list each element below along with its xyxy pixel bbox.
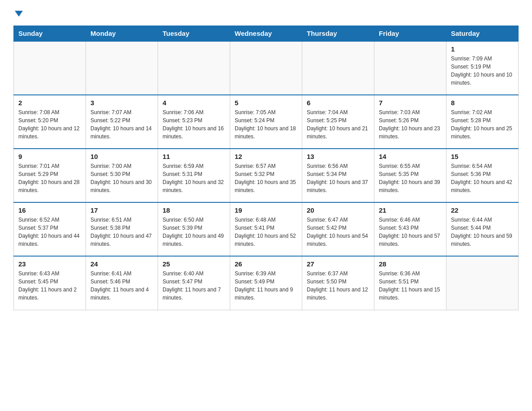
day-number: 15 <box>451 153 514 160</box>
calendar-day <box>230 41 302 95</box>
day-info: Sunrise: 7:00 AM Sunset: 5:30 PM Dayligh… <box>90 162 153 194</box>
day-number: 11 <box>163 153 225 160</box>
day-info: Sunrise: 6:54 AM Sunset: 5:36 PM Dayligh… <box>451 162 514 194</box>
day-number: 21 <box>379 206 442 214</box>
calendar-week-row: 23Sunrise: 6:43 AM Sunset: 5:45 PM Dayli… <box>14 256 519 310</box>
day-number: 19 <box>235 206 297 214</box>
calendar-day <box>158 41 230 95</box>
calendar-header-saturday: Saturday <box>446 26 519 42</box>
day-info: Sunrise: 7:04 AM Sunset: 5:25 PM Dayligh… <box>307 108 369 141</box>
day-info: Sunrise: 7:01 AM Sunset: 5:29 PM Dayligh… <box>18 162 81 194</box>
day-info: Sunrise: 6:52 AM Sunset: 5:37 PM Dayligh… <box>18 216 81 248</box>
day-number: 22 <box>451 206 514 214</box>
calendar-day: 26Sunrise: 6:39 AM Sunset: 5:49 PM Dayli… <box>230 256 302 310</box>
day-info: Sunrise: 6:50 AM Sunset: 5:39 PM Dayligh… <box>163 216 225 248</box>
calendar-week-row: 1Sunrise: 7:09 AM Sunset: 5:19 PM Daylig… <box>14 41 519 95</box>
day-info: Sunrise: 6:46 AM Sunset: 5:43 PM Dayligh… <box>379 216 442 248</box>
calendar-day: 12Sunrise: 6:57 AM Sunset: 5:32 PM Dayli… <box>230 149 302 202</box>
calendar-day: 18Sunrise: 6:50 AM Sunset: 5:39 PM Dayli… <box>158 202 230 256</box>
day-info: Sunrise: 6:36 AM Sunset: 5:51 PM Dayligh… <box>379 270 442 302</box>
calendar-day: 1Sunrise: 7:09 AM Sunset: 5:19 PM Daylig… <box>446 41 519 95</box>
calendar-day: 11Sunrise: 6:59 AM Sunset: 5:31 PM Dayli… <box>158 149 230 202</box>
logo <box>13 9 23 17</box>
day-number: 9 <box>18 153 81 160</box>
day-info: Sunrise: 6:39 AM Sunset: 5:49 PM Dayligh… <box>235 270 297 302</box>
calendar-table: SundayMondayTuesdayWednesdayThursdayFrid… <box>13 26 519 310</box>
day-info: Sunrise: 6:40 AM Sunset: 5:47 PM Dayligh… <box>163 270 225 302</box>
day-number: 1 <box>451 45 514 53</box>
calendar-day: 25Sunrise: 6:40 AM Sunset: 5:47 PM Dayli… <box>158 256 230 310</box>
day-number: 5 <box>235 99 297 107</box>
day-number: 13 <box>307 153 369 160</box>
calendar-day: 6Sunrise: 7:04 AM Sunset: 5:25 PM Daylig… <box>302 95 374 149</box>
calendar-day: 19Sunrise: 6:48 AM Sunset: 5:41 PM Dayli… <box>230 202 302 256</box>
calendar-day: 17Sunrise: 6:51 AM Sunset: 5:38 PM Dayli… <box>86 202 158 256</box>
calendar-day: 14Sunrise: 6:55 AM Sunset: 5:35 PM Dayli… <box>374 149 446 202</box>
calendar-day <box>302 41 374 95</box>
calendar-day: 13Sunrise: 6:56 AM Sunset: 5:34 PM Dayli… <box>302 149 374 202</box>
calendar-day: 27Sunrise: 6:37 AM Sunset: 5:50 PM Dayli… <box>302 256 374 310</box>
day-number: 25 <box>163 260 225 268</box>
calendar-day: 22Sunrise: 6:44 AM Sunset: 5:44 PM Dayli… <box>446 202 519 256</box>
calendar-day <box>446 256 519 310</box>
calendar-day: 24Sunrise: 6:41 AM Sunset: 5:46 PM Dayli… <box>86 256 158 310</box>
day-number: 18 <box>163 206 225 214</box>
calendar-header-sunday: Sunday <box>14 26 86 42</box>
day-number: 10 <box>90 153 153 160</box>
calendar-day <box>14 41 86 95</box>
calendar-week-row: 16Sunrise: 6:52 AM Sunset: 5:37 PM Dayli… <box>14 202 519 256</box>
calendar-day <box>374 41 446 95</box>
calendar-header-tuesday: Tuesday <box>158 26 230 42</box>
calendar-header-wednesday: Wednesday <box>230 26 302 42</box>
day-info: Sunrise: 6:59 AM Sunset: 5:31 PM Dayligh… <box>163 162 225 194</box>
day-info: Sunrise: 7:07 AM Sunset: 5:22 PM Dayligh… <box>90 108 153 141</box>
day-info: Sunrise: 6:37 AM Sunset: 5:50 PM Dayligh… <box>307 270 369 302</box>
calendar-day: 3Sunrise: 7:07 AM Sunset: 5:22 PM Daylig… <box>86 95 158 149</box>
day-number: 17 <box>90 206 153 214</box>
day-number: 6 <box>307 99 369 107</box>
day-number: 2 <box>18 99 81 107</box>
day-info: Sunrise: 7:08 AM Sunset: 5:20 PM Dayligh… <box>18 108 81 141</box>
calendar-day: 4Sunrise: 7:06 AM Sunset: 5:23 PM Daylig… <box>158 95 230 149</box>
calendar-day: 23Sunrise: 6:43 AM Sunset: 5:45 PM Dayli… <box>14 256 86 310</box>
day-number: 3 <box>90 99 153 107</box>
calendar-day: 2Sunrise: 7:08 AM Sunset: 5:20 PM Daylig… <box>14 95 86 149</box>
day-info: Sunrise: 6:56 AM Sunset: 5:34 PM Dayligh… <box>307 162 369 194</box>
page-header <box>13 9 519 17</box>
day-number: 20 <box>307 206 369 214</box>
day-number: 16 <box>18 206 81 214</box>
calendar-header-row: SundayMondayTuesdayWednesdayThursdayFrid… <box>14 26 519 42</box>
calendar-header-monday: Monday <box>86 26 158 42</box>
day-info: Sunrise: 7:05 AM Sunset: 5:24 PM Dayligh… <box>235 108 297 141</box>
day-info: Sunrise: 7:06 AM Sunset: 5:23 PM Dayligh… <box>163 108 225 141</box>
calendar-day: 9Sunrise: 7:01 AM Sunset: 5:29 PM Daylig… <box>14 149 86 202</box>
day-number: 14 <box>379 153 442 160</box>
calendar-week-row: 9Sunrise: 7:01 AM Sunset: 5:29 PM Daylig… <box>14 149 519 202</box>
calendar-day: 5Sunrise: 7:05 AM Sunset: 5:24 PM Daylig… <box>230 95 302 149</box>
calendar-day: 15Sunrise: 6:54 AM Sunset: 5:36 PM Dayli… <box>446 149 519 202</box>
calendar-day: 28Sunrise: 6:36 AM Sunset: 5:51 PM Dayli… <box>374 256 446 310</box>
calendar-day <box>86 41 158 95</box>
calendar-day: 20Sunrise: 6:47 AM Sunset: 5:42 PM Dayli… <box>302 202 374 256</box>
day-info: Sunrise: 6:41 AM Sunset: 5:46 PM Dayligh… <box>90 270 153 302</box>
day-info: Sunrise: 6:51 AM Sunset: 5:38 PM Dayligh… <box>90 216 153 248</box>
calendar-day: 7Sunrise: 7:03 AM Sunset: 5:26 PM Daylig… <box>374 95 446 149</box>
day-info: Sunrise: 7:03 AM Sunset: 5:26 PM Dayligh… <box>379 108 442 141</box>
calendar-header-friday: Friday <box>374 26 446 42</box>
day-number: 24 <box>90 260 153 268</box>
day-number: 27 <box>307 260 369 268</box>
day-info: Sunrise: 6:48 AM Sunset: 5:41 PM Dayligh… <box>235 216 297 248</box>
day-number: 4 <box>163 99 225 107</box>
calendar-day: 8Sunrise: 7:02 AM Sunset: 5:28 PM Daylig… <box>446 95 519 149</box>
calendar-day: 10Sunrise: 7:00 AM Sunset: 5:30 PM Dayli… <box>86 149 158 202</box>
day-info: Sunrise: 6:43 AM Sunset: 5:45 PM Dayligh… <box>18 270 81 302</box>
day-info: Sunrise: 6:57 AM Sunset: 5:32 PM Dayligh… <box>235 162 297 194</box>
calendar-header-thursday: Thursday <box>302 26 374 42</box>
calendar-day: 21Sunrise: 6:46 AM Sunset: 5:43 PM Dayli… <box>374 202 446 256</box>
day-info: Sunrise: 6:44 AM Sunset: 5:44 PM Dayligh… <box>451 216 514 248</box>
logo-triangle-icon <box>15 11 23 17</box>
day-info: Sunrise: 6:47 AM Sunset: 5:42 PM Dayligh… <box>307 216 369 248</box>
day-number: 26 <box>235 260 297 268</box>
day-number: 28 <box>379 260 442 268</box>
day-number: 7 <box>379 99 442 107</box>
